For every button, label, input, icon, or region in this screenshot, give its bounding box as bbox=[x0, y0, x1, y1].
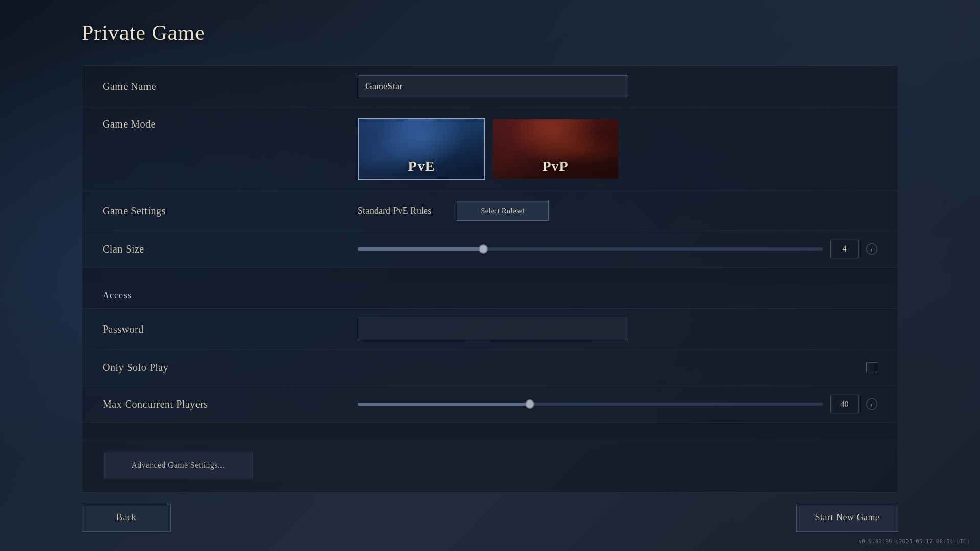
advanced-settings-button[interactable]: Advanced Game Settings... bbox=[103, 453, 253, 478]
form-container: Game Name Game Mode PvE PvP bbox=[82, 65, 898, 493]
spacer-2 bbox=[82, 423, 898, 438]
clan-size-fill bbox=[358, 247, 483, 251]
clan-size-track[interactable] bbox=[358, 247, 823, 251]
back-button[interactable]: Back bbox=[82, 504, 171, 532]
footer: Back Start New Game bbox=[82, 493, 898, 537]
max-players-row: Max Concurrent Players 40 i bbox=[82, 386, 898, 423]
solo-play-label: Only Solo Play bbox=[103, 362, 358, 373]
game-settings-label: Game Settings bbox=[103, 205, 358, 217]
game-name-controls bbox=[358, 75, 877, 97]
solo-play-checkbox-wrapper bbox=[358, 362, 877, 373]
solo-play-checkbox[interactable] bbox=[866, 362, 877, 373]
clan-size-controls: 4 i bbox=[358, 240, 877, 258]
start-new-game-button[interactable]: Start New Game bbox=[796, 504, 898, 532]
game-settings-row: Game Settings Standard PvE Rules Select … bbox=[82, 191, 898, 231]
clan-size-slider-container: 4 i bbox=[358, 240, 877, 258]
pve-bg: PvE bbox=[359, 119, 484, 179]
game-settings-value: Standard PvE Rules bbox=[358, 206, 431, 216]
main-container: Private Game Game Name Game Mode PvE bbox=[0, 0, 980, 551]
access-header: Access bbox=[82, 283, 898, 309]
game-name-row: Game Name bbox=[82, 66, 898, 107]
solo-play-controls bbox=[358, 362, 877, 373]
page-title: Private Game bbox=[82, 20, 898, 45]
max-players-info-icon[interactable]: i bbox=[866, 398, 877, 410]
select-ruleset-button[interactable]: Select Ruleset bbox=[457, 201, 549, 221]
password-label: Password bbox=[103, 323, 358, 335]
clan-size-row: Clan Size 4 i bbox=[82, 231, 898, 268]
password-row: Password bbox=[82, 309, 898, 350]
max-players-fill bbox=[358, 403, 530, 406]
password-controls bbox=[358, 318, 877, 340]
game-name-label: Game Name bbox=[103, 81, 358, 92]
max-players-controls: 40 i bbox=[358, 395, 877, 413]
clan-size-thumb[interactable] bbox=[479, 244, 488, 254]
game-settings-controls: Standard PvE Rules Select Ruleset bbox=[358, 201, 877, 221]
access-label: Access bbox=[103, 290, 358, 301]
spacer-1 bbox=[82, 268, 898, 283]
max-players-track[interactable] bbox=[358, 403, 823, 406]
pvp-label: PvP bbox=[542, 158, 568, 174]
mode-card-pvp[interactable]: PvP bbox=[492, 118, 619, 180]
max-players-thumb[interactable] bbox=[525, 399, 534, 409]
solo-play-row: Only Solo Play bbox=[82, 350, 898, 386]
clan-size-info-icon[interactable]: i bbox=[866, 243, 877, 255]
max-players-value: 40 bbox=[830, 395, 859, 413]
game-name-input[interactable] bbox=[358, 75, 628, 97]
game-mode-label: Game Mode bbox=[103, 118, 358, 130]
game-mode-controls: PvE PvP bbox=[358, 118, 877, 180]
advanced-settings-row: Advanced Game Settings... bbox=[82, 438, 898, 493]
max-players-label: Max Concurrent Players bbox=[103, 398, 358, 410]
max-players-slider-container: 40 i bbox=[358, 395, 877, 413]
clan-size-value: 4 bbox=[830, 240, 859, 258]
mode-card-pve[interactable]: PvE bbox=[358, 118, 485, 180]
pve-label: PvE bbox=[408, 158, 435, 174]
password-input[interactable] bbox=[358, 318, 628, 340]
pvp-bg: PvP bbox=[493, 119, 618, 179]
game-mode-row: Game Mode PvE PvP bbox=[82, 107, 898, 191]
game-modes: PvE PvP bbox=[358, 118, 619, 180]
clan-size-label: Clan Size bbox=[103, 243, 358, 255]
